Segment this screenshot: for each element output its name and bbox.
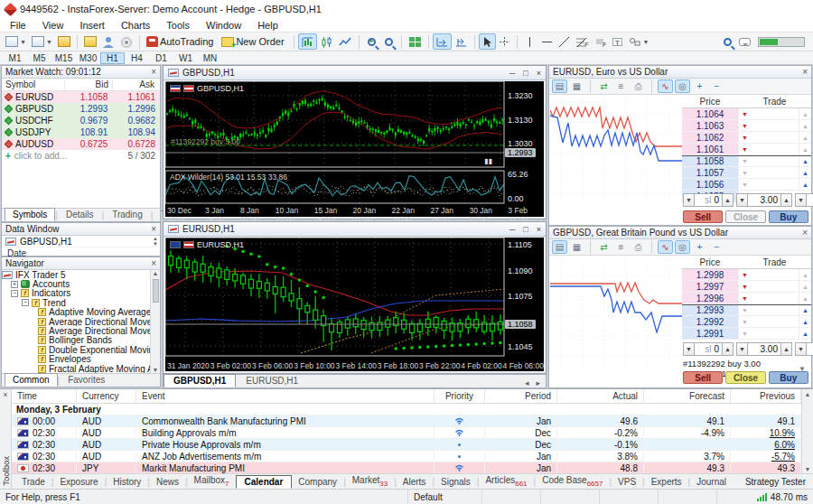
menu-item-window[interactable]: Window (198, 19, 249, 32)
buy-button[interactable]: Buy (769, 210, 808, 223)
zoom-out-button[interactable] (380, 33, 397, 50)
calendar-event-row[interactable]: 02:30AUDBuilding Approvals m/mDec-0.2%-4… (12, 427, 801, 439)
chart-area[interactable]: 1.11051.10901.10751.10451.1058EURUSD,H13… (165, 238, 544, 371)
chart-tab-scroll-arrows[interactable]: ◂▸ (525, 378, 546, 387)
sl-value[interactable]: sl0 (695, 193, 722, 207)
market-watch-add-row[interactable]: + click to add... 5 / 302 (2, 150, 160, 162)
zoom-in-button[interactable]: + (692, 79, 707, 93)
toolbox-tab-history[interactable]: History (107, 476, 147, 488)
book-button[interactable]: ≡ (613, 79, 629, 93)
transfer-button[interactable]: ⇄ (596, 240, 612, 254)
buy-chevron-icon[interactable]: ▲ (799, 293, 811, 303)
close-icon[interactable]: × (802, 229, 808, 238)
toolbox-tab-code-base[interactable]: Code Base6657 (536, 474, 609, 489)
export-button[interactable]: ⎙ (631, 240, 646, 254)
calendar-column-previous[interactable]: Previous (731, 389, 801, 403)
calendar-column-time[interactable]: Time (12, 389, 77, 403)
stepper-up-icon[interactable]: ▲ (780, 342, 792, 356)
toolbox-tab-signals[interactable]: Signals (435, 476, 477, 488)
tab-details[interactable]: Details (58, 208, 102, 221)
previous-value[interactable]: -5.7% (771, 452, 795, 462)
buy-button[interactable]: Buy (769, 371, 808, 384)
timeframe-h4[interactable]: H4 (125, 52, 149, 64)
trendline-tool-button[interactable] (556, 33, 573, 50)
toolbox-tab-calendar[interactable]: Calendar (236, 475, 293, 489)
sell-button[interactable]: Sell (683, 210, 723, 223)
close-icon[interactable]: × (151, 225, 156, 234)
tab-symbols[interactable]: Symbols (5, 208, 55, 221)
tile-windows-button[interactable] (406, 33, 425, 50)
buy-chevron-icon[interactable]: ▲ (799, 120, 811, 131)
expander-icon[interactable]: − (11, 290, 18, 297)
tree-node-trend[interactable]: −fTrend (2, 298, 150, 307)
calendar-column-actual[interactable]: Actual (557, 389, 644, 403)
tree-leaf-indicator[interactable]: fAdaptive Moving Average (2, 308, 150, 317)
toolbox-tab-articles[interactable]: Articles661 (479, 474, 533, 489)
stepper-down-icon[interactable]: ▼ (736, 342, 748, 356)
buy-chevron-icon[interactable]: ▲ (799, 144, 811, 154)
tp-value[interactable]: tp0 (807, 193, 813, 207)
tab-favorites[interactable]: Favorites (60, 373, 113, 387)
text-tool-button[interactable]: T (609, 33, 626, 50)
scroll-arrows[interactable]: ▲▼ (153, 236, 160, 247)
market-watch-row-gbpusd[interactable]: GBPUSD1.29931.2996 (2, 103, 160, 115)
chat-icon[interactable] (739, 38, 751, 46)
zoom-in-button[interactable]: + (363, 33, 380, 50)
autotrading-button[interactable]: AutoTrading (144, 33, 220, 50)
sell-chevron-icon[interactable]: ▼ (738, 144, 751, 154)
toolbox-tab-news[interactable]: News (150, 476, 185, 488)
buy-chevron-icon[interactable]: ▲ (799, 156, 811, 166)
calendar-column-priority[interactable]: Priority (435, 389, 485, 403)
crosshair-tool-button[interactable] (496, 33, 513, 50)
grid-mode-button[interactable]: ▦ (569, 240, 584, 254)
toolbox-tab-alerts[interactable]: Alerts (397, 476, 433, 488)
window-list-button[interactable] (55, 33, 73, 50)
close-icon[interactable]: × (802, 68, 808, 77)
stepper-up-icon[interactable]: ▲ (722, 342, 734, 356)
stepper-down-icon[interactable]: ▼ (683, 193, 695, 207)
timeframe-mn[interactable]: MN (198, 52, 222, 64)
candlestick-mode-button[interactable] (317, 33, 336, 50)
chart-shift-button[interactable] (452, 33, 471, 50)
calendar-column-forecast[interactable]: Forecast (644, 389, 731, 403)
transfer-button[interactable]: ⇄ (596, 79, 612, 93)
grid-mode-button[interactable]: ▦ (569, 79, 584, 93)
line-chart-mode-button[interactable] (336, 33, 355, 50)
dom-ask-row[interactable]: 1.2996▼▲ (682, 293, 811, 304)
menu-item-insert[interactable]: Insert (71, 19, 113, 32)
chart-profile-button[interactable]: ▼ (29, 33, 55, 50)
stepper-down-icon[interactable]: ▼ (795, 193, 807, 207)
tp-value[interactable]: tp0 (807, 342, 813, 356)
stepper-up-icon[interactable]: ▲ (780, 193, 792, 207)
timeframe-w1[interactable]: W1 (173, 52, 198, 64)
stepper-down-icon[interactable]: ▼ (683, 342, 695, 356)
stepper-up-icon[interactable]: ▲ (722, 193, 734, 207)
market-watch-row-usdjpy[interactable]: USDJPY108.91108.94 (2, 126, 160, 138)
chart-window-titlebar[interactable]: EURUSD,H1 ─ □ × (164, 222, 546, 237)
sl-value[interactable]: sl0 (695, 342, 722, 356)
vertical-line-tool-button[interactable] (521, 33, 538, 50)
calendar-column-period[interactable]: Period (485, 389, 557, 403)
close-icon[interactable]: × (537, 69, 541, 78)
shapes-tool-button[interactable]: ▼ (626, 33, 652, 50)
calendar-scrollbar[interactable]: ▲▼ (801, 389, 813, 474)
buy-chevron-icon[interactable]: ▲ (799, 316, 811, 327)
menu-item-help[interactable]: Help (249, 19, 286, 32)
tab-common[interactable]: Common (5, 373, 58, 387)
toolbox-tab-exposure[interactable]: Exposure (53, 476, 104, 488)
menu-item-view[interactable]: View (34, 19, 72, 32)
auto-scroll-button[interactable] (433, 33, 452, 50)
sell-chevron-icon[interactable]: ▼ (738, 316, 751, 327)
column-bid[interactable]: Bid (65, 79, 113, 89)
stepper-down-icon[interactable]: ▼ (736, 193, 748, 207)
chart-mode-button[interactable]: ▤ (552, 79, 567, 93)
horizontal-line-tool-button[interactable] (538, 33, 556, 50)
navigator-button[interactable] (117, 33, 136, 50)
fibonacci-tool-button[interactable]: F (573, 33, 592, 50)
status-profile[interactable]: Default (408, 490, 482, 504)
close-button[interactable]: Close (725, 210, 765, 223)
timeframe-m1[interactable]: M1 (3, 52, 27, 64)
toolbox-tab-experts[interactable]: Experts (645, 476, 688, 488)
sell-chevron-icon[interactable]: ▼ (738, 305, 751, 315)
buy-chevron-icon[interactable]: ▲ (799, 305, 811, 315)
